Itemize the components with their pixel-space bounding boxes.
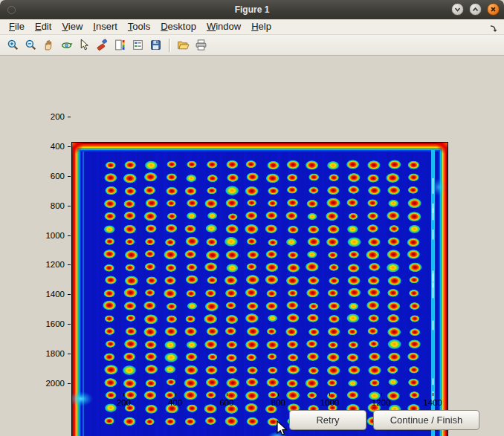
menu-tools[interactable]: Tools (128, 19, 150, 34)
menu-help[interactable]: Help (251, 19, 271, 34)
x-tick-label: 400 (159, 398, 192, 408)
y-tick (68, 354, 71, 354)
continue-finish-button[interactable]: Continue / Finish (373, 410, 479, 430)
y-tick-label: 1600 (36, 319, 65, 329)
toolbar-zoom-out[interactable] (22, 37, 39, 53)
y-tick-label: 1000 (36, 231, 65, 241)
save-icon (149, 39, 162, 51)
toolbar-save[interactable] (147, 37, 164, 53)
open-icon (177, 39, 190, 51)
y-tick (68, 324, 71, 325)
menu-window[interactable]: Window (207, 19, 241, 34)
minimize-button[interactable] (451, 3, 464, 16)
y-tick (68, 206, 71, 206)
zoom-in-icon (7, 39, 19, 51)
y-tick-label: 200 (36, 112, 65, 122)
toolbar-legend[interactable] (129, 37, 146, 53)
x-tick-label: 200 (107, 398, 140, 408)
titlebar[interactable]: Figure 1 (0, 0, 504, 19)
y-tick-label: 600 (36, 172, 65, 181)
y-tick-label: 1800 (36, 349, 65, 359)
x-tick-label: 1400 (416, 398, 449, 408)
figure-window: Figure 1 FileEditViewInsertToolsDesktopW… (0, 0, 504, 436)
x-tick (329, 393, 330, 396)
print-icon (195, 39, 207, 51)
y-tick (68, 294, 71, 295)
toolbar-open[interactable] (175, 37, 191, 53)
menu-insert[interactable]: Insert (93, 19, 117, 34)
menu-overflow-icon[interactable] (489, 22, 498, 36)
window-title: Figure 1 (0, 0, 504, 19)
toolbar-data-cursor[interactable] (76, 37, 92, 53)
menu-file[interactable]: File (9, 19, 25, 34)
figure-content: 2004006008001000120014002004006008001000… (0, 56, 504, 436)
colorbar-icon (114, 39, 126, 51)
toolbar-pan[interactable] (40, 37, 56, 53)
menu-desktop[interactable]: Desktop (161, 19, 196, 34)
brush-icon (96, 39, 109, 51)
chevron-down-icon (453, 5, 462, 13)
x-tick-label: 600 (210, 398, 243, 408)
chevron-up-icon (471, 5, 479, 13)
window-controls (451, 3, 500, 16)
y-tick (68, 117, 71, 117)
toolbar-colorbar[interactable] (112, 37, 128, 53)
y-tick-label: 1200 (36, 260, 65, 270)
y-tick-label: 1400 (36, 290, 65, 299)
x-tick (123, 393, 124, 396)
x-tick (175, 393, 176, 396)
x-tick (227, 393, 227, 396)
axes-frame (71, 142, 448, 436)
x-tick (278, 393, 279, 396)
toolbar-brush[interactable] (94, 37, 110, 53)
toolbar-print[interactable] (193, 37, 209, 53)
menu-view[interactable]: View (62, 19, 83, 34)
toolbar-rotate-3d[interactable] (58, 37, 74, 53)
toolbar-zoom-in[interactable] (4, 37, 21, 53)
x-tick-label: 1200 (365, 398, 398, 408)
menubar: FileEditViewInsertToolsDesktopWindowHelp (0, 19, 504, 35)
rotate-3d-icon (60, 39, 73, 51)
zoom-out-icon (25, 39, 37, 51)
retry-button[interactable]: Retry (289, 410, 366, 430)
x-tick (433, 393, 433, 396)
x-tick-label: 800 (262, 398, 294, 408)
y-tick-label: 2000 (36, 379, 65, 388)
toolbar-separator (169, 39, 171, 52)
pan-icon (42, 39, 55, 51)
y-tick-label: 800 (36, 201, 65, 211)
x-tick (381, 393, 382, 396)
legend-icon (132, 39, 144, 51)
maximize-button[interactable] (469, 3, 482, 16)
y-tick (68, 176, 71, 177)
data-cursor-icon (78, 39, 91, 51)
menu-edit[interactable]: Edit (35, 19, 51, 34)
close-button[interactable] (487, 3, 500, 16)
y-tick (68, 235, 71, 236)
y-tick (68, 383, 71, 384)
x-tick-label: 1000 (313, 398, 346, 408)
y-tick (68, 264, 71, 265)
close-icon (489, 5, 497, 13)
mouse-cursor (277, 420, 288, 436)
toolbar (0, 35, 504, 56)
y-tick-label: 400 (36, 142, 65, 152)
y-tick (68, 146, 71, 147)
